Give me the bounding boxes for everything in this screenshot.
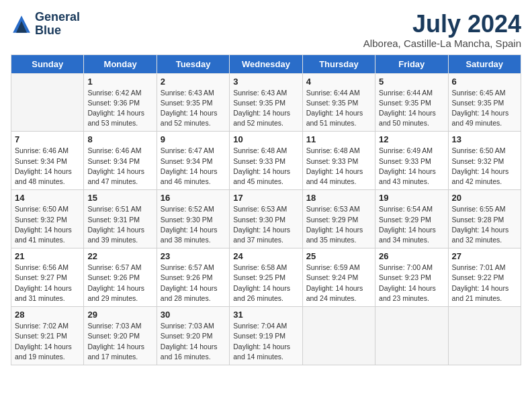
day-number: 18 xyxy=(306,193,371,203)
day-number: 8 xyxy=(87,134,152,144)
day-number: 24 xyxy=(233,251,298,261)
day-info: Sunrise: 6:44 AMSunset: 9:35 PMDaylight:… xyxy=(306,88,371,129)
day-info: Sunrise: 7:04 AMSunset: 9:19 PMDaylight:… xyxy=(233,321,298,362)
calendar-cell: 25Sunrise: 6:59 AMSunset: 9:24 PMDayligh… xyxy=(302,248,375,307)
day-info: Sunrise: 6:54 AMSunset: 9:29 PMDaylight:… xyxy=(379,204,444,245)
day-info: Sunrise: 7:02 AMSunset: 9:21 PMDaylight:… xyxy=(15,321,80,362)
day-info: Sunrise: 6:52 AMSunset: 9:30 PMDaylight:… xyxy=(161,204,226,245)
calendar-cell: 30Sunrise: 7:03 AMSunset: 9:20 PMDayligh… xyxy=(157,307,229,365)
day-number: 13 xyxy=(452,134,517,144)
day-number: 31 xyxy=(233,310,298,320)
calendar-cell: 20Sunrise: 6:55 AMSunset: 9:28 PMDayligh… xyxy=(448,190,521,248)
day-info: Sunrise: 6:45 AMSunset: 9:35 PMDaylight:… xyxy=(452,88,517,129)
day-header-thursday: Thursday xyxy=(302,54,375,73)
calendar-cell: 5Sunrise: 6:44 AMSunset: 9:35 PMDaylight… xyxy=(375,73,448,132)
calendar-cell: 2Sunrise: 6:43 AMSunset: 9:35 PMDaylight… xyxy=(157,73,229,132)
day-info: Sunrise: 6:50 AMSunset: 9:32 PMDaylight:… xyxy=(452,146,517,187)
calendar-cell: 26Sunrise: 7:00 AMSunset: 9:23 PMDayligh… xyxy=(375,248,448,307)
calendar-cell: 6Sunrise: 6:45 AMSunset: 9:35 PMDaylight… xyxy=(448,73,521,132)
day-header-tuesday: Tuesday xyxy=(157,54,229,73)
week-row-3: 14Sunrise: 6:50 AMSunset: 9:32 PMDayligh… xyxy=(11,190,521,248)
title-block: July 2024 Alborea, Castille-La Mancha, S… xyxy=(363,11,521,49)
day-number: 4 xyxy=(306,77,371,87)
day-number: 16 xyxy=(161,193,226,203)
day-info: Sunrise: 6:42 AMSunset: 9:36 PMDaylight:… xyxy=(87,88,152,129)
day-header-sunday: Sunday xyxy=(11,54,84,73)
calendar-cell: 8Sunrise: 6:46 AMSunset: 9:34 PMDaylight… xyxy=(84,132,157,190)
calendar-cell: 19Sunrise: 6:54 AMSunset: 9:29 PMDayligh… xyxy=(375,190,448,248)
calendar-cell: 1Sunrise: 6:42 AMSunset: 9:36 PMDaylight… xyxy=(84,73,157,132)
day-info: Sunrise: 6:53 AMSunset: 9:29 PMDaylight:… xyxy=(306,204,371,245)
day-header-wednesday: Wednesday xyxy=(230,54,302,73)
day-info: Sunrise: 6:55 AMSunset: 9:28 PMDaylight:… xyxy=(452,204,517,245)
day-number: 22 xyxy=(87,251,152,261)
calendar-cell: 27Sunrise: 7:01 AMSunset: 9:22 PMDayligh… xyxy=(448,248,521,307)
calendar-cell: 31Sunrise: 7:04 AMSunset: 9:19 PMDayligh… xyxy=(230,307,302,365)
days-header-row: SundayMondayTuesdayWednesdayThursdayFrid… xyxy=(11,54,521,73)
day-info: Sunrise: 6:48 AMSunset: 9:33 PMDaylight:… xyxy=(306,146,371,187)
calendar-cell: 10Sunrise: 6:48 AMSunset: 9:33 PMDayligh… xyxy=(230,132,302,190)
day-info: Sunrise: 6:53 AMSunset: 9:30 PMDaylight:… xyxy=(233,204,298,245)
day-info: Sunrise: 6:58 AMSunset: 9:25 PMDaylight:… xyxy=(233,263,298,304)
week-row-4: 21Sunrise: 6:56 AMSunset: 9:27 PMDayligh… xyxy=(11,248,521,307)
day-number: 3 xyxy=(233,77,298,87)
calendar-cell: 3Sunrise: 6:43 AMSunset: 9:35 PMDaylight… xyxy=(230,73,302,132)
calendar-title: July 2024 xyxy=(363,11,521,38)
day-info: Sunrise: 6:59 AMSunset: 9:24 PMDaylight:… xyxy=(306,263,371,304)
day-number: 10 xyxy=(233,134,298,144)
day-header-saturday: Saturday xyxy=(448,54,521,73)
calendar-cell: 14Sunrise: 6:50 AMSunset: 9:32 PMDayligh… xyxy=(11,190,84,248)
calendar-cell: 13Sunrise: 6:50 AMSunset: 9:32 PMDayligh… xyxy=(448,132,521,190)
day-number: 9 xyxy=(161,134,226,144)
calendar-cell: 16Sunrise: 6:52 AMSunset: 9:30 PMDayligh… xyxy=(157,190,229,248)
day-header-monday: Monday xyxy=(84,54,157,73)
logo: General Blue xyxy=(11,11,80,38)
day-number: 30 xyxy=(161,310,226,320)
day-number: 14 xyxy=(15,193,80,203)
day-info: Sunrise: 7:03 AMSunset: 9:20 PMDaylight:… xyxy=(87,321,152,362)
day-info: Sunrise: 6:44 AMSunset: 9:35 PMDaylight:… xyxy=(379,88,444,129)
day-info: Sunrise: 6:50 AMSunset: 9:32 PMDaylight:… xyxy=(15,204,80,245)
day-info: Sunrise: 7:01 AMSunset: 9:22 PMDaylight:… xyxy=(452,263,517,304)
week-row-1: 1Sunrise: 6:42 AMSunset: 9:36 PMDaylight… xyxy=(11,73,521,132)
day-info: Sunrise: 6:47 AMSunset: 9:34 PMDaylight:… xyxy=(161,146,226,187)
day-number: 1 xyxy=(87,77,152,87)
calendar-cell xyxy=(11,73,84,132)
calendar-cell xyxy=(375,307,448,365)
day-number: 19 xyxy=(379,193,444,203)
day-info: Sunrise: 7:03 AMSunset: 9:20 PMDaylight:… xyxy=(161,321,226,362)
day-number: 6 xyxy=(452,77,517,87)
day-info: Sunrise: 6:49 AMSunset: 9:33 PMDaylight:… xyxy=(379,146,444,187)
day-number: 28 xyxy=(15,310,80,320)
calendar-cell xyxy=(302,307,375,365)
week-row-5: 28Sunrise: 7:02 AMSunset: 9:21 PMDayligh… xyxy=(11,307,521,365)
week-row-2: 7Sunrise: 6:46 AMSunset: 9:34 PMDaylight… xyxy=(11,132,521,190)
day-info: Sunrise: 6:43 AMSunset: 9:35 PMDaylight:… xyxy=(161,88,226,129)
day-info: Sunrise: 7:00 AMSunset: 9:23 PMDaylight:… xyxy=(379,263,444,304)
day-header-friday: Friday xyxy=(375,54,448,73)
calendar-cell: 22Sunrise: 6:57 AMSunset: 9:26 PMDayligh… xyxy=(84,248,157,307)
calendar-cell: 7Sunrise: 6:46 AMSunset: 9:34 PMDaylight… xyxy=(11,132,84,190)
calendar-cell xyxy=(448,307,521,365)
logo-icon xyxy=(11,13,32,35)
calendar-cell: 29Sunrise: 7:03 AMSunset: 9:20 PMDayligh… xyxy=(84,307,157,365)
calendar-cell: 23Sunrise: 6:57 AMSunset: 9:26 PMDayligh… xyxy=(157,248,229,307)
day-number: 27 xyxy=(452,251,517,261)
day-info: Sunrise: 6:43 AMSunset: 9:35 PMDaylight:… xyxy=(233,88,298,129)
calendar-cell: 28Sunrise: 7:02 AMSunset: 9:21 PMDayligh… xyxy=(11,307,84,365)
day-info: Sunrise: 6:57 AMSunset: 9:26 PMDaylight:… xyxy=(87,263,152,304)
calendar-cell: 21Sunrise: 6:56 AMSunset: 9:27 PMDayligh… xyxy=(11,248,84,307)
day-info: Sunrise: 6:56 AMSunset: 9:27 PMDaylight:… xyxy=(15,263,80,304)
day-number: 11 xyxy=(306,134,371,144)
day-info: Sunrise: 6:46 AMSunset: 9:34 PMDaylight:… xyxy=(15,146,80,187)
day-info: Sunrise: 6:48 AMSunset: 9:33 PMDaylight:… xyxy=(233,146,298,187)
calendar-cell: 11Sunrise: 6:48 AMSunset: 9:33 PMDayligh… xyxy=(302,132,375,190)
day-info: Sunrise: 6:46 AMSunset: 9:34 PMDaylight:… xyxy=(87,146,152,187)
calendar-cell: 12Sunrise: 6:49 AMSunset: 9:33 PMDayligh… xyxy=(375,132,448,190)
day-number: 29 xyxy=(87,310,152,320)
calendar-cell: 4Sunrise: 6:44 AMSunset: 9:35 PMDaylight… xyxy=(302,73,375,132)
day-number: 7 xyxy=(15,134,80,144)
day-number: 15 xyxy=(87,193,152,203)
day-number: 26 xyxy=(379,251,444,261)
calendar-cell: 9Sunrise: 6:47 AMSunset: 9:34 PMDaylight… xyxy=(157,132,229,190)
